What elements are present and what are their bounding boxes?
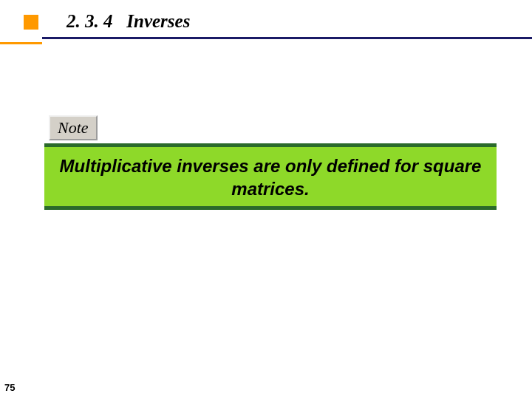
slide-title: 2. 3. 4 Inverses [66,11,190,32]
section-title: Inverses [126,11,190,31]
note-body-text: Multiplicative inverses are only defined… [50,154,491,200]
title-underline-accent [0,42,42,44]
page-number: 75 [4,382,15,393]
note-label: Note [58,118,89,137]
bullet-square-icon [24,15,38,30]
note-label-box: Note [49,115,98,140]
title-underline [42,37,532,39]
note-body-box: Multiplicative inverses are only defined… [44,143,497,210]
section-number: 2. 3. 4 [66,11,113,31]
